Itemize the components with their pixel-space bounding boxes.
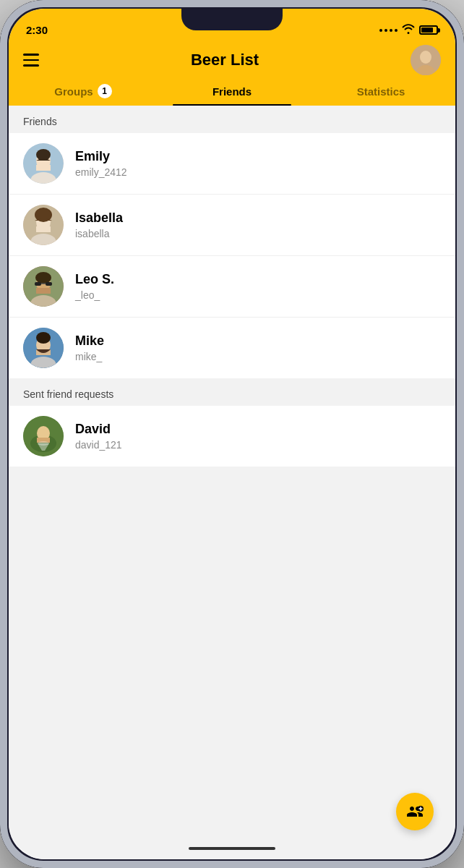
notch: [181, 9, 283, 30]
friend-name-david: David: [75, 422, 122, 437]
svg-rect-16: [36, 288, 51, 294]
tabs-bar: Groups 1 Friends Statistics: [9, 75, 455, 106]
svg-rect-19: [46, 282, 52, 286]
friend-avatar-isabella: [23, 205, 64, 245]
friend-username-leo: _leo_: [75, 289, 114, 301]
friend-username-emily: emily_2412: [75, 166, 127, 178]
svg-point-30: [38, 441, 49, 446]
svg-point-25: [36, 332, 51, 344]
svg-point-1: [420, 51, 431, 64]
friend-username-isabella: isabella: [75, 228, 123, 239]
friend-name-leo: Leo S.: [75, 272, 114, 287]
friend-avatar-david: [23, 416, 64, 456]
app-title: Beer List: [191, 51, 259, 69]
tab-statistics-label: Statistics: [357, 85, 405, 98]
tab-groups[interactable]: Groups 1: [9, 84, 158, 106]
svg-rect-18: [35, 282, 41, 286]
friend-name-mike: Mike: [75, 333, 104, 349]
svg-point-17: [35, 272, 51, 284]
status-icons: [379, 24, 438, 36]
tab-groups-label: Groups: [54, 85, 93, 98]
add-friend-fab[interactable]: [396, 793, 434, 830]
add-person-icon: [406, 803, 424, 820]
phone-frame: 2:30: [0, 0, 464, 868]
friend-avatar-emily: [23, 143, 64, 184]
status-time: 2:30: [26, 24, 48, 36]
tab-statistics[interactable]: Statistics: [306, 84, 455, 106]
friend-avatar-leo: [23, 266, 64, 307]
friend-username-david: david_121: [75, 439, 122, 451]
content-area: Friends Emily: [9, 106, 455, 838]
tab-friends-label: Friends: [212, 85, 252, 98]
friends-list: Emily emily_2412: [9, 133, 455, 378]
friend-info-isabella: Isabella isabella: [75, 210, 123, 239]
svg-rect-6: [36, 165, 51, 171]
friend-item-david[interactable]: David david_121: [9, 406, 455, 467]
home-indicator: [9, 838, 455, 859]
hamburger-menu[interactable]: [23, 54, 39, 67]
groups-badge: 1: [98, 84, 112, 98]
battery-icon: [419, 25, 438, 35]
friend-info-david: David david_121: [75, 422, 122, 451]
screen: 2:30: [9, 9, 455, 859]
signal-icon: [379, 29, 398, 32]
friend-item-mike[interactable]: Mike mike_: [9, 318, 455, 378]
friend-item-isabella[interactable]: Isabella isabella: [9, 195, 455, 256]
requests-list: David david_121: [9, 406, 455, 467]
user-avatar[interactable]: [411, 45, 441, 75]
home-bar: [189, 847, 275, 850]
friend-username-mike: mike_: [75, 351, 104, 362]
requests-section-header: Sent friend requests: [9, 378, 455, 406]
friend-item-emily[interactable]: Emily emily_2412: [9, 133, 455, 195]
friend-name-isabella: Isabella: [75, 210, 123, 226]
friends-section-header: Friends: [9, 106, 455, 133]
svg-rect-11: [36, 226, 51, 232]
tab-friends[interactable]: Friends: [158, 84, 306, 106]
friend-info-mike: Mike mike_: [75, 333, 104, 362]
wifi-icon: [402, 24, 415, 36]
friend-info-emily: Emily emily_2412: [75, 149, 127, 178]
header: Beer List: [9, 41, 455, 75]
friend-name-emily: Emily: [75, 149, 127, 164]
friend-avatar-mike: [23, 328, 64, 368]
friend-info-leo: Leo S. _leo_: [75, 272, 114, 301]
friend-item-leo[interactable]: Leo S. _leo_: [9, 256, 455, 318]
